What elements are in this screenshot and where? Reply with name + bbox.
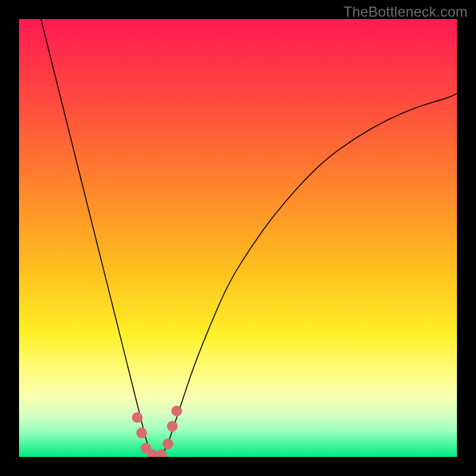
chart-frame: TheBottleneck.com	[0, 0, 476, 476]
watermark-text: TheBottleneck.com	[343, 4, 468, 20]
curve-marker	[132, 412, 143, 423]
plot-svg	[19, 19, 457, 457]
curve-marker	[162, 439, 173, 449]
plot-area	[19, 19, 457, 457]
curve-marker	[167, 421, 178, 431]
gradient-background	[19, 19, 457, 457]
curve-marker	[136, 428, 147, 439]
curve-marker	[171, 406, 182, 416]
